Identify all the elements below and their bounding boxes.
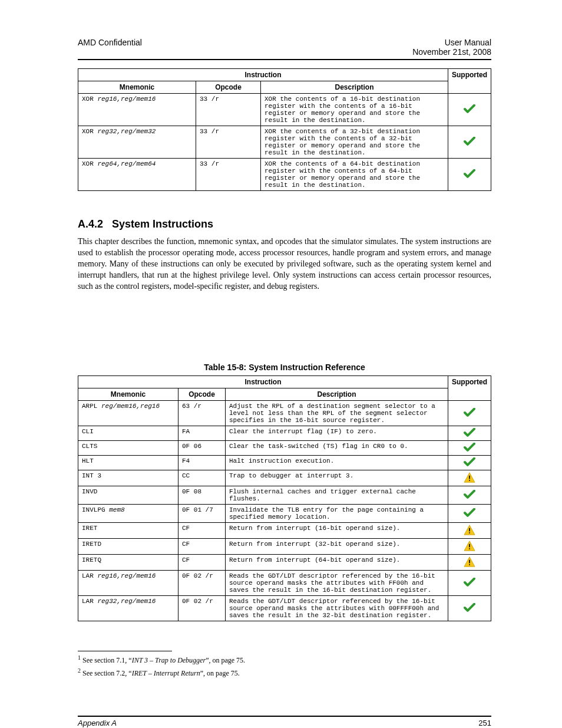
status-cell	[448, 596, 491, 621]
mnemonic-pre: ARPL	[82, 403, 101, 410]
status-cell	[448, 539, 491, 555]
mnemonic-cell: XOR reg64,reg/mem64	[78, 159, 196, 191]
section-number: A.4.2	[78, 218, 103, 230]
opcode-cell: F4	[178, 456, 226, 470]
footnote-1-page[interactable]: 75	[236, 656, 243, 664]
mnemonic-pre: XOR	[82, 160, 97, 167]
opcode-cell: CC	[178, 470, 226, 486]
footnote-1: 1 See section 7.1, “INT 3 – Trap to Debu…	[78, 654, 491, 665]
check-icon	[464, 443, 475, 452]
opcode-cell: CF	[178, 539, 226, 555]
mnemonic-args: reg64,reg/mem64	[97, 160, 156, 167]
description-cell: Adjust the RPL of a destination segment …	[226, 401, 448, 426]
table-row: HLTF4Halt instruction execution.	[78, 456, 491, 470]
table-row: INVD0F 08Flush internal caches and trigg…	[78, 486, 491, 505]
description-cell: Reads the GDT/LDT descriptor referenced …	[226, 596, 448, 621]
mnemonic-cell: INVLPG mem8	[78, 505, 178, 523]
mnemonic-cell: ARPL reg/mem16,reg16	[78, 401, 178, 426]
mnemonic-pre: HLT	[82, 457, 94, 465]
description-cell: Invalidate the TLB entry for the page co…	[226, 505, 448, 523]
opcode-cell: 0F 01 /7	[178, 505, 226, 523]
t1-h-opcode: Opcode	[196, 81, 261, 94]
footnote-2-link[interactable]: 7.2	[116, 669, 125, 677]
description-cell: Clear the interrupt flag (IF) to zero.	[226, 426, 448, 441]
footnote-1-link[interactable]: 7.1	[116, 656, 125, 664]
table-row: XOR reg64,reg/mem6433 /rXOR the contents…	[78, 159, 491, 191]
check-icon	[464, 104, 475, 114]
mnemonic-pre: INT 3	[82, 472, 101, 479]
check-icon	[464, 603, 475, 612]
mnemonic-pre: CLTS	[82, 443, 97, 450]
description-cell: XOR the contents of a 16-bit destination…	[261, 94, 448, 126]
footnote-1-italic: INT 3 – Trap to Debugger	[132, 656, 206, 664]
mnemonic-args: reg32,reg/mem32	[97, 128, 156, 135]
opcode-cell: 0F 02 /r	[178, 596, 226, 621]
t2-h-description: Description	[226, 388, 448, 401]
table-row: CLTS0F 06Clear the task-switched (TS) fl…	[78, 441, 491, 456]
mnemonic-pre: XOR	[82, 95, 97, 103]
section-title-text: System Instructions	[112, 218, 213, 230]
svg-rect-1	[469, 480, 470, 482]
warn-icon	[464, 525, 475, 535]
footnote-2-page[interactable]: 75	[231, 669, 238, 677]
description-cell: Flush internal caches and trigger extern…	[226, 486, 448, 505]
opcode-cell: 0F 06	[178, 441, 226, 456]
svg-rect-6	[469, 560, 470, 564]
opcode-cell: 63 /r	[178, 401, 226, 426]
t2-h-mnemonic: Mnemonic	[78, 388, 178, 401]
svg-rect-4	[469, 544, 470, 548]
description-cell: XOR the contents of a 32-bit destination…	[261, 126, 448, 159]
opcode-cell: 0F 02 /r	[178, 571, 226, 596]
mnemonic-args: reg/mem16,reg16	[101, 403, 160, 410]
mnemonic-args: reg16,reg/mem16	[97, 572, 156, 579]
mnemonic-cell: XOR reg32,reg/mem32	[78, 126, 196, 159]
status-cell	[448, 441, 491, 456]
table-row: INVLPG mem80F 01 /7Invalidate the TLB en…	[78, 505, 491, 523]
description-cell: Reads the GDT/LDT descriptor referenced …	[226, 571, 448, 596]
header-right-2: November 21st, 2008	[412, 47, 491, 57]
opcode-cell: CF	[178, 523, 226, 539]
mnemonic-cell: IRETD	[78, 539, 178, 555]
svg-rect-3	[469, 533, 470, 534]
svg-rect-0	[469, 476, 470, 479]
status-cell	[448, 456, 491, 470]
section-heading: A.4.2 System Instructions	[78, 218, 491, 230]
mnemonic-args: mem8	[109, 506, 124, 513]
mnemonic-pre: LAR	[82, 598, 97, 605]
t2-h-opcode: Opcode	[178, 388, 226, 401]
t1-h-mnemonic: Mnemonic	[78, 81, 196, 94]
status-cell	[448, 523, 491, 539]
table-row: XOR reg32,reg/mem3233 /rXOR the contents…	[78, 126, 491, 159]
mnemonic-pre: IRETQ	[82, 556, 101, 564]
instruction-table-2: Instruction Supported Mnemonic Opcode De…	[78, 375, 491, 621]
mnemonic-pre: INVD	[82, 488, 97, 495]
warn-icon	[464, 556, 475, 567]
mnemonic-pre: CLI	[82, 428, 94, 435]
table-row: ARPL reg/mem16,reg1663 /rAdjust the RPL …	[78, 401, 491, 426]
status-cell	[448, 426, 491, 441]
table-row: XOR reg16,reg/mem1633 /rXOR the contents…	[78, 94, 491, 126]
mnemonic-pre: IRETD	[82, 541, 101, 548]
header-left: AMD Confidential	[78, 38, 142, 57]
t1-super-left: Instruction	[78, 69, 448, 81]
mnemonic-pre: IRET	[82, 525, 97, 532]
mnemonic-cell: IRETQ	[78, 555, 178, 571]
section-body: This chapter describes the function, mne…	[78, 236, 491, 292]
table-row: LAR reg32,reg/mem160F 02 /rReads the GDT…	[78, 596, 491, 621]
opcode-cell: CF	[178, 555, 226, 571]
table-row: IRETDCFReturn from interrupt (32-bit ope…	[78, 539, 491, 555]
mnemonic-cell: INT 3	[78, 470, 178, 486]
footnote-rule	[78, 651, 172, 651]
footer-rule	[78, 716, 491, 717]
opcode-cell: 33 /r	[196, 126, 261, 159]
t1-h-description: Description	[261, 81, 448, 94]
mnemonic-args: reg16,reg/mem16	[97, 95, 156, 103]
footer-page-number: 251	[478, 719, 491, 727]
description-cell: Trap to debugger at interrupt 3.	[226, 470, 448, 486]
footnote-2: 2 See section 7.2, “IRET – Interrupt Ret…	[78, 667, 491, 678]
description-cell: Halt instruction execution.	[226, 456, 448, 470]
opcode-cell: 33 /r	[196, 159, 261, 191]
mnemonic-cell: XOR reg16,reg/mem16	[78, 94, 196, 126]
description-cell: Return from interrupt (64-bit operand si…	[226, 555, 448, 571]
header-rule	[78, 59, 491, 60]
